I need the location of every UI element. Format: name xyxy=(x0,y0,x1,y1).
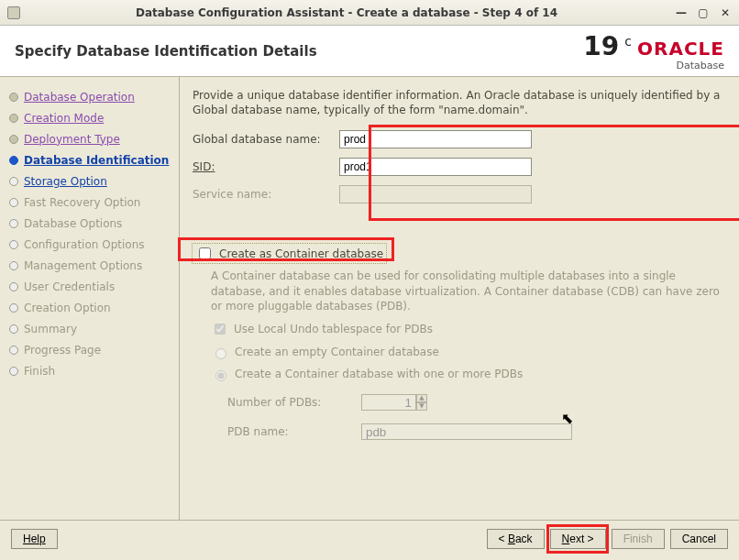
mouse-cursor-icon: ⬉ xyxy=(561,410,573,427)
empty-container-label: Create an empty Container database xyxy=(235,345,439,359)
sidebar-step-label: Progress Page xyxy=(24,344,101,357)
create-container-checkbox[interactable] xyxy=(199,247,211,259)
sid-row: SID: xyxy=(193,158,722,176)
version-number: 19 xyxy=(583,31,619,61)
sidebar-step-label: Storage Option xyxy=(24,175,107,188)
pdb-name-label: PDB name: xyxy=(227,424,356,439)
close-button[interactable]: ✕ xyxy=(719,6,732,19)
pdb-name-input xyxy=(361,423,572,440)
oracle-logo-sub: Database xyxy=(677,60,725,71)
num-pdb-label: Number of PDBs: xyxy=(227,395,356,410)
sidebar-step-label: Configuration Options xyxy=(24,238,145,251)
step-bullet-icon xyxy=(9,240,18,249)
sidebar-step-2[interactable]: Deployment Type xyxy=(7,128,171,149)
num-pdb-row: Number of PDBs: ▲ ▼ xyxy=(211,394,722,411)
empty-container-radio xyxy=(215,348,226,359)
step-bullet-icon xyxy=(9,346,18,355)
sidebar-step-label: Creation Mode xyxy=(24,112,104,125)
page-header: Specify Database Identification Details … xyxy=(0,26,739,77)
step-bullet-icon xyxy=(9,367,18,376)
spinner-up-icon: ▲ xyxy=(416,394,427,402)
sidebar-step-4[interactable]: Storage Option xyxy=(7,170,171,192)
intro-text: Provide a unique database identifier inf… xyxy=(193,88,722,117)
sidebar-step-9: User Credentials xyxy=(7,276,171,297)
help-button[interactable]: Help xyxy=(11,529,58,549)
sidebar-step-8: Management Options xyxy=(7,255,171,276)
page-title: Specify Database Identification Details xyxy=(15,43,583,60)
sidebar-step-10: Creation Option xyxy=(7,297,171,318)
local-undo-checkbox xyxy=(215,324,226,335)
step-bullet-icon xyxy=(9,177,18,186)
next-button[interactable]: Next > xyxy=(550,529,606,549)
version-suffix: c xyxy=(624,34,632,49)
step-bullet-icon xyxy=(9,156,18,165)
back-button[interactable]: < Back xyxy=(487,529,545,549)
sidebar-step-3[interactable]: Database Identification xyxy=(7,149,171,170)
sidebar-step-13: Finish xyxy=(7,360,171,381)
with-pdb-row: Create a Container database with one or … xyxy=(211,367,722,381)
step-bullet-icon xyxy=(9,282,18,291)
empty-container-row: Create an empty Container database xyxy=(211,345,722,359)
step-bullet-icon xyxy=(9,324,18,334)
global-db-name-input[interactable] xyxy=(339,130,532,148)
main-panel: Provide a unique database identifier inf… xyxy=(180,77,739,520)
cancel-button[interactable]: Cancel xyxy=(670,529,728,549)
sidebar-step-11: Summary xyxy=(7,318,171,339)
num-pdb-spinner: ▲ ▼ xyxy=(361,394,427,411)
sidebar-step-label: Database Identification xyxy=(24,154,169,167)
step-bullet-icon xyxy=(9,261,18,270)
step-bullet-icon xyxy=(9,114,18,123)
sidebar-step-12: Progress Page xyxy=(7,339,171,360)
sidebar-step-0[interactable]: Database Operation xyxy=(7,86,171,107)
container-description: A Container database can be used for con… xyxy=(211,269,722,313)
window-title: Database Configuration Assistant - Creat… xyxy=(28,6,666,19)
sidebar-step-label: Summary xyxy=(24,323,77,335)
step-bullet-icon xyxy=(9,219,18,228)
sid-input[interactable] xyxy=(339,158,532,176)
maximize-button[interactable]: ▢ xyxy=(697,6,710,19)
container-subsection: A Container database can be used for con… xyxy=(193,263,722,440)
service-name-label: Service name: xyxy=(193,188,339,201)
local-undo-label: Use Local Undo tablespace for PDBs xyxy=(234,322,433,336)
sid-label: SID: xyxy=(193,160,339,173)
global-db-name-row: Global database name: xyxy=(193,130,722,148)
num-pdb-input xyxy=(361,394,416,411)
wizard-footer: Help < Back Next > Finish Cancel xyxy=(0,521,739,557)
sidebar-step-1[interactable]: Creation Mode xyxy=(7,107,171,128)
sidebar-step-label: Creation Option xyxy=(24,302,111,314)
oracle-logo-text: ORACLE xyxy=(637,38,724,60)
sidebar-step-5: Fast Recovery Option xyxy=(7,192,171,213)
global-db-name-label: Global database name: xyxy=(193,133,339,146)
oracle-brand: 19c ORACLE Database xyxy=(583,31,724,71)
create-container-label: Create as Container database xyxy=(219,247,383,260)
minimize-button[interactable]: — xyxy=(675,6,688,19)
with-pdb-radio xyxy=(215,370,226,381)
service-name-row: Service name: xyxy=(193,185,722,203)
sidebar-step-label: Database Options xyxy=(24,217,122,230)
sidebar-step-7: Configuration Options xyxy=(7,234,171,255)
pdb-name-row: PDB name: xyxy=(211,423,722,440)
step-bullet-icon xyxy=(9,198,18,207)
sidebar-step-6: Database Options xyxy=(7,213,171,234)
sidebar-step-label: Finish xyxy=(24,365,55,378)
service-name-input xyxy=(339,185,532,203)
window-titlebar: Database Configuration Assistant - Creat… xyxy=(0,0,739,26)
wizard-sidebar: Database OperationCreation ModeDeploymen… xyxy=(0,77,180,520)
finish-button: Finish xyxy=(612,529,665,549)
step-bullet-icon xyxy=(9,303,18,313)
step-bullet-icon xyxy=(9,135,18,144)
with-pdb-label: Create a Container database with one or … xyxy=(235,367,523,381)
sidebar-step-label: Fast Recovery Option xyxy=(24,196,140,209)
spinner-down-icon: ▼ xyxy=(416,402,427,411)
sidebar-step-label: User Credentials xyxy=(24,280,115,293)
create-container-row[interactable]: Create as Container database xyxy=(193,244,386,263)
sidebar-step-label: Deployment Type xyxy=(24,133,120,146)
app-icon xyxy=(7,6,20,19)
local-undo-row: Use Local Undo tablespace for PDBs xyxy=(211,321,722,337)
step-bullet-icon xyxy=(9,93,18,102)
sidebar-step-label: Management Options xyxy=(24,259,142,272)
sidebar-step-label: Database Operation xyxy=(24,91,135,104)
